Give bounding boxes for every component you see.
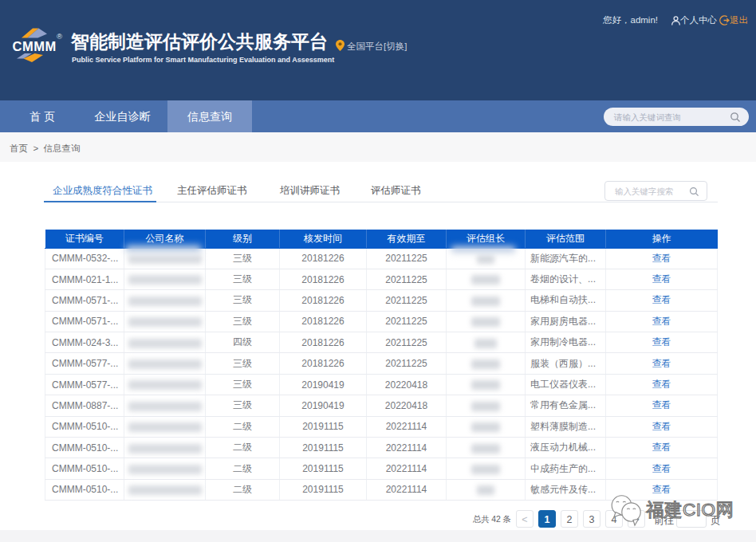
- svg-text:®: ®: [57, 32, 62, 41]
- svg-text:CMMM: CMMM: [13, 39, 57, 53]
